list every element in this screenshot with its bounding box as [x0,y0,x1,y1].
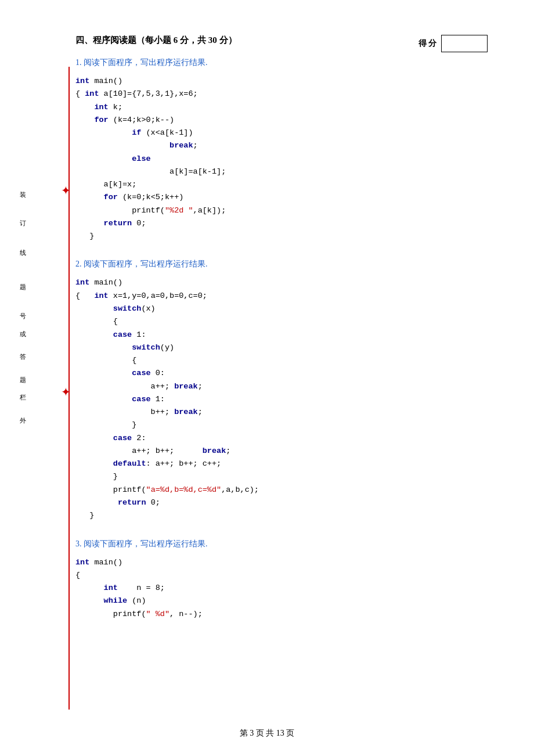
red-star-2: ✦ [61,385,71,399]
question-3: 3. 阅读下面程序，写出程序运行结果. int main() { int n =… [75,539,488,621]
question-2: 2. 阅读下面程序，写出程序运行结果. int main() { int x=1… [75,259,488,522]
question-2-title: 2. 阅读下面程序，写出程序运行结果. [75,259,488,269]
score-box-container: 得 分 [418,35,488,52]
question-3-title: 3. 阅读下面程序，写出程序运行结果. [75,539,488,549]
score-input-box[interactable] [441,35,488,52]
question-1: 1. 阅读下面程序，写出程序运行结果. int main() { int a[1… [75,57,488,243]
question-1-code: int main() { int a[10]={7,5,3,1},x=6; in… [75,75,488,243]
red-star-1: ✦ [61,183,71,197]
question-1-title: 1. 阅读下面程序，写出程序运行结果. [75,57,488,68]
question-3-code: int main() { int n = 8; while (n) printf… [75,556,488,621]
page-footer: 第 3 页 共 13 页 [0,728,534,739]
question-2-code: int main() { int x=1,y=0,a=0,b=0,c=0; sw… [75,276,488,522]
score-label: 得 分 [418,38,437,49]
